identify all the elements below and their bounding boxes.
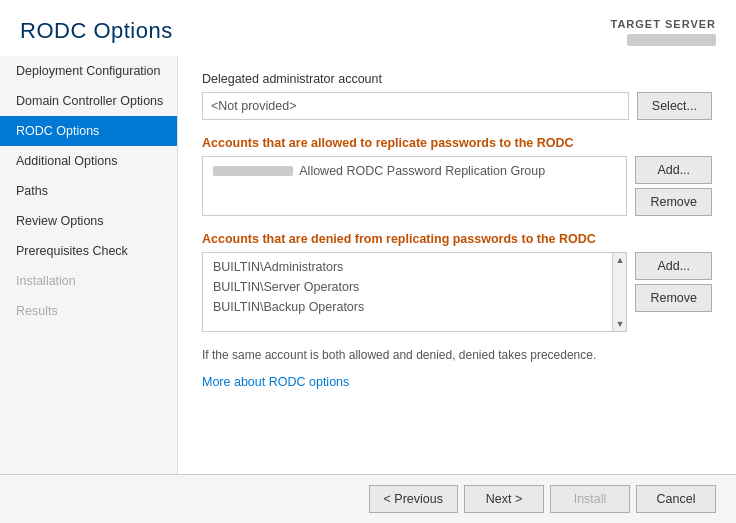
sidebar-item-additional-options[interactable]: Additional Options [0,146,177,176]
select-button[interactable]: Select... [637,92,712,120]
allowed-section-label: Accounts that are allowed to replicate p… [202,136,712,150]
denied-section: Accounts that are denied from replicatin… [202,232,712,332]
list-item: BUILTIN\Backup Operators [207,297,612,317]
delegated-label: Delegated administrator account [202,72,712,86]
target-server-label: TARGET SERVER [611,18,717,30]
allowed-listbox[interactable]: Allowed RODC Password Replication Group [202,156,627,216]
sidebar-item-domain-controller-options[interactable]: Domain Controller Options [0,86,177,116]
scrollbar[interactable]: ▲ ▼ [612,253,626,331]
previous-button[interactable]: < Previous [369,485,458,513]
sidebar-item-prerequisites-check[interactable]: Prerequisites Check [0,236,177,266]
content-area: Delegated administrator account <Not pro… [178,56,736,474]
sidebar-item-results: Results [0,296,177,326]
header: RODC Options TARGET SERVER [0,0,736,56]
allowed-buttons: Add... Remove [635,156,712,216]
cancel-button[interactable]: Cancel [636,485,716,513]
scroll-up-arrow[interactable]: ▲ [613,253,626,267]
denied-add-button[interactable]: Add... [635,252,712,280]
page-title: RODC Options [20,18,173,44]
more-about-link[interactable]: More about RODC options [202,375,349,389]
sidebar-item-rodc-options[interactable]: RODC Options [0,116,177,146]
info-text: If the same account is both allowed and … [202,348,712,362]
denied-listbox[interactable]: BUILTIN\Administrators BUILTIN\Server Op… [202,252,627,332]
list-item: Allowed RODC Password Replication Group [207,161,612,181]
denied-buttons: Add... Remove [635,252,712,312]
allowed-add-button[interactable]: Add... [635,156,712,184]
main-layout: Deployment Configuration Domain Controll… [0,56,736,474]
delegated-block: Delegated administrator account <Not pro… [202,72,712,120]
allowed-section: Accounts that are allowed to replicate p… [202,136,712,216]
delegated-value: <Not provided> [202,92,629,120]
delegated-row: <Not provided> Select... [202,92,712,120]
denied-listbox-container: BUILTIN\Administrators BUILTIN\Server Op… [202,252,712,332]
denied-section-label: Accounts that are denied from replicatin… [202,232,712,246]
allowed-listbox-container: Allowed RODC Password Replication Group … [202,156,712,216]
target-server-block: TARGET SERVER [611,18,717,46]
sidebar-item-review-options[interactable]: Review Options [0,206,177,236]
allowed-remove-button[interactable]: Remove [635,188,712,216]
install-button: Install [550,485,630,513]
sidebar-item-deployment-configuration[interactable]: Deployment Configuration [0,56,177,86]
footer: < Previous Next > Install Cancel [0,474,736,523]
sidebar-item-paths[interactable]: Paths [0,176,177,206]
scroll-down-arrow[interactable]: ▼ [613,317,626,331]
denied-remove-button[interactable]: Remove [635,284,712,312]
sidebar: Deployment Configuration Domain Controll… [0,56,178,474]
sidebar-item-installation: Installation [0,266,177,296]
list-item: BUILTIN\Administrators [207,257,612,277]
next-button[interactable]: Next > [464,485,544,513]
list-item: BUILTIN\Server Operators [207,277,612,297]
target-server-value [627,34,716,46]
